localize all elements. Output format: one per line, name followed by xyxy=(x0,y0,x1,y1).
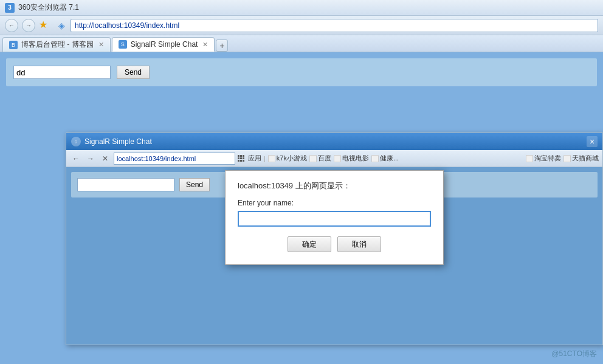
address-text: http://localhost:10349/index.html xyxy=(75,21,179,30)
inner-right-bookmarks: 淘宝特卖 天猫商城 xyxy=(526,154,599,163)
inner-close-button[interactable]: × xyxy=(587,136,598,147)
outer-send-button[interactable]: Send xyxy=(117,66,150,79)
address-bar[interactable]: http://localhost:10349/index.html xyxy=(71,19,598,32)
tab-signalr-close[interactable]: ✕ xyxy=(202,41,208,49)
outer-chat-area: Send xyxy=(6,58,597,86)
watermark: @51CTO博客 xyxy=(551,349,597,359)
tab-blog[interactable]: B 博客后台管理 - 博客园 ✕ xyxy=(2,37,111,52)
bookmark-taobao-icon xyxy=(526,155,533,162)
new-tab-button[interactable]: + xyxy=(216,39,228,52)
browser-logo: 3 xyxy=(5,3,15,13)
dialog-buttons: 确定 取消 xyxy=(238,236,431,255)
tab-signalr[interactable]: S SignalR Simple Chat ✕ xyxy=(112,37,215,52)
bookmark-taobao[interactable]: 淘宝特卖 xyxy=(526,154,561,163)
bookmark-tv-label: 电视电影 xyxy=(342,154,369,163)
inner-send-button[interactable]: Send xyxy=(179,178,210,191)
inner-back-button[interactable]: ← xyxy=(70,153,82,165)
bookmark-taobao-label: 淘宝特卖 xyxy=(534,154,561,163)
dialog: localhost:10349 上的网页显示： Enter your name:… xyxy=(225,170,444,265)
bookmark-k7k-icon xyxy=(268,155,275,162)
inner-browser-title: SignalR Simple Chat xyxy=(84,137,583,146)
bookmark-tv-icon xyxy=(334,155,341,162)
bookmark-baidu-label: 百度 xyxy=(318,154,331,163)
dialog-cancel-button[interactable]: 取消 xyxy=(337,236,381,252)
inner-chat-input[interactable] xyxy=(77,178,174,191)
bookmark-k7k[interactable]: k7k小游戏 xyxy=(268,154,307,163)
tab-blog-label: 博客后台管理 - 博客园 xyxy=(21,39,94,50)
outer-chat-input[interactable] xyxy=(13,66,111,79)
bookmarks-apps[interactable]: 应用 xyxy=(238,154,261,163)
bookmark-tv[interactable]: 电视电影 xyxy=(334,154,369,163)
dialog-confirm-button[interactable]: 确定 xyxy=(288,236,331,252)
bookmark-health-icon xyxy=(371,155,379,162)
bookmark-k7k-label: k7k小游戏 xyxy=(277,154,307,163)
bookmark-baidu[interactable]: 百度 xyxy=(309,154,331,163)
tab-signalr-label: SignalR Simple Chat xyxy=(131,40,198,49)
bookmark-tmall[interactable]: 天猫商城 xyxy=(563,154,599,163)
inner-address-bar[interactable]: localhost:10349/index.html xyxy=(114,153,235,165)
inner-bookmarks: 应用 | k7k小游戏 百度 电视电影 健康... xyxy=(238,154,523,163)
tab-blog-close[interactable]: ✕ xyxy=(98,41,104,49)
outer-browser-title: 360安全浏览器 7.1 xyxy=(18,2,79,13)
outer-navbar: ← → ★ ◈ http://localhost:10349/index.htm… xyxy=(0,16,603,35)
bookmark-tmall-icon xyxy=(563,155,571,162)
favorites-button[interactable]: ★ xyxy=(39,19,52,32)
outer-titlebar: 3 360安全浏览器 7.1 xyxy=(0,0,603,16)
inner-address-text: localhost:10349/index.html xyxy=(117,155,196,162)
dialog-body: localhost:10349 上的网页显示： Enter your name:… xyxy=(226,171,443,264)
dialog-message: localhost:10349 上的网页显示： xyxy=(238,180,431,191)
bookmark-health-label: 健康... xyxy=(380,154,399,163)
inner-forward-button[interactable]: → xyxy=(84,153,97,165)
bookmark-baidu-icon xyxy=(309,155,317,162)
inner-navbar: ← → ✕ localhost:10349/index.html 应用 | k7… xyxy=(66,150,602,167)
forward-button[interactable]: → xyxy=(22,19,35,32)
back-button[interactable]: ← xyxy=(5,19,18,32)
dialog-input[interactable] xyxy=(238,211,431,227)
tab-blog-icon: B xyxy=(9,41,18,49)
new-tab-icon: + xyxy=(219,41,224,50)
apps-grid-icon xyxy=(238,155,244,162)
dialog-label: Enter your name: xyxy=(238,199,431,207)
outer-tabbar: B 博客后台管理 - 博客园 ✕ S SignalR Simple Chat ✕… xyxy=(0,35,603,52)
inner-reload-button[interactable]: ✕ xyxy=(99,153,111,165)
shield-icon: ◈ xyxy=(56,20,67,31)
bookmark-tmall-label: 天猫商城 xyxy=(572,154,599,163)
bookmarks-apps-label: 应用 xyxy=(248,154,261,163)
inner-titlebar: ○ SignalR Simple Chat × xyxy=(66,133,602,150)
bookmark-health[interactable]: 健康... xyxy=(371,154,399,163)
tab-signalr-icon: S xyxy=(119,40,127,49)
inner-tab-icon: ○ xyxy=(71,137,81,146)
